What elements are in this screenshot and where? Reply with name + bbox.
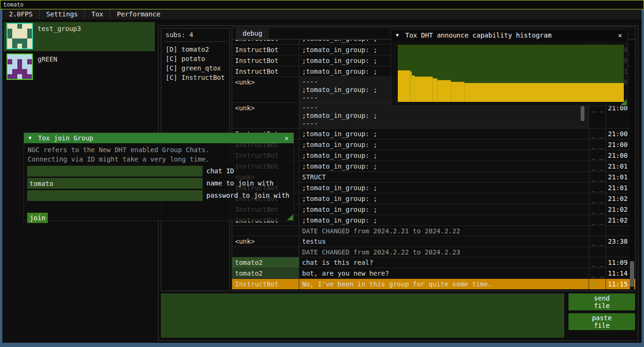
message-flags-cell: _ _: [589, 193, 606, 204]
member-item[interactable]: [D] tomato2: [166, 45, 229, 54]
avatar-pixel: [27, 39, 32, 43]
message-time-cell: 11:09: [606, 257, 629, 268]
menu-item-performance[interactable]: Performance: [110, 9, 167, 19]
message-author-cell: <unk>: [232, 77, 299, 102]
date-changed-row[interactable]: DATE CHANGED from 2024.2.22 to 2024.2.23: [232, 247, 635, 257]
close-icon[interactable]: ✕: [615, 30, 625, 41]
group-item-test_group3[interactable]: test_group3: [4, 22, 155, 51]
avatar-pixel: [8, 74, 12, 79]
message-time-cell: 21:02: [606, 193, 629, 204]
avatar-pixel: [8, 34, 12, 39]
avatar-pixel: [22, 54, 27, 59]
message-flags-cell: _ _: [589, 257, 606, 268]
paste-file-button[interactable]: paste file: [568, 313, 635, 330]
message-time-cell: 11:15: [606, 279, 629, 289]
avatar-pixel: [12, 64, 17, 69]
app-window: tomato 2.0FPSSettingsToxPerformance test…: [0, 0, 644, 347]
avatar-pixel: [27, 69, 32, 74]
avatar-pixel: [12, 59, 17, 64]
tab-debug[interactable]: debug: [236, 28, 269, 39]
message-author-cell: InstructBot: [232, 45, 299, 55]
os-window-title: tomato: [3, 1, 23, 8]
message-text-cell: ;tomato_in_group: ;: [299, 183, 589, 193]
group-item-gREEN[interactable]: gREEN: [4, 53, 155, 82]
resize-grip-icon[interactable]: [287, 214, 293, 220]
message-flags-cell: d _: [589, 279, 606, 289]
message-flags-cell: _ _: [589, 204, 606, 215]
join-desc-line2: Connecting via ID might take a very long…: [28, 155, 210, 163]
menu-item-tox[interactable]: Tox: [85, 9, 110, 19]
window-edge-bottom: [0, 343, 644, 347]
message-flags-cell: _ _: [589, 236, 606, 247]
message-text-cell: ;tomato_in_group: ;: [299, 193, 589, 204]
message-author-cell: InstructBot: [232, 40, 299, 44]
message-text-cell: ----;tomato_in_group: ;----: [299, 103, 589, 128]
message-text-cell: chat is this real?: [299, 257, 589, 268]
menu-item-settings[interactable]: Settings: [40, 9, 84, 19]
dht-histogram-titlebar[interactable]: ▼ Tox DHT announce capability histogram …: [391, 30, 627, 41]
join-name-input[interactable]: [27, 178, 203, 189]
table-row[interactable]: <unk>testus_ _23:38: [232, 236, 635, 247]
message-flags-cell: [589, 247, 606, 257]
message-time-cell: [606, 247, 629, 257]
message-text-cell: ;tomato_in_group: ;: [299, 150, 589, 161]
join-desc-line1: NGC refers to the New DHT enabled Group …: [28, 146, 210, 154]
message-time-cell: 11:14: [606, 268, 629, 278]
table-row[interactable]: tomato2bot, are you new here?_ _11:14: [232, 268, 635, 278]
avatar-pixel: [22, 74, 27, 79]
message-text-cell: STRUCT: [299, 172, 589, 182]
menu-bar: 2.0FPSSettingsToxPerformance: [2, 9, 642, 19]
message-text-cell: ;tomato_in_group: ;: [299, 129, 589, 139]
table-row[interactable]: InstructBotNo, I've been in this group f…: [232, 278, 635, 289]
resize-grip-icon[interactable]: [621, 99, 627, 105]
join-button[interactable]: join: [27, 213, 48, 223]
message-text-cell: ;tomato_in_group: ;: [299, 161, 589, 171]
member-item[interactable]: [C] InstructBot: [166, 73, 229, 82]
avatar-pixel: [22, 64, 27, 69]
join-password-input[interactable]: [27, 190, 203, 201]
collapse-arrow-icon[interactable]: ▼: [29, 133, 31, 143]
avatar-pixel: [22, 24, 27, 29]
chat-id-label: chat ID: [206, 167, 234, 175]
chat-scrollbar[interactable]: [630, 41, 634, 290]
member-list: [D] tomato2 [C] potato [C] green_qtox [C…: [161, 44, 229, 82]
cell-scrollbar-thumb[interactable]: [581, 106, 584, 121]
close-icon[interactable]: ✕: [282, 133, 291, 143]
avatar-pixel: [8, 39, 12, 43]
avatar-pixel: [8, 64, 12, 69]
cell-scrollbar[interactable]: [581, 105, 584, 126]
subs-count-label: subs: 4: [161, 29, 229, 39]
member-item[interactable]: [C] potato: [166, 54, 229, 63]
avatar-pixel: [8, 44, 12, 48]
date-changed-row[interactable]: DATE CHANGED from 2024.2.21 to 2024.2.22: [232, 225, 635, 236]
avatar-pixel: [12, 24, 17, 29]
chat-id-input[interactable]: [27, 166, 203, 177]
collapse-arrow-icon[interactable]: ▼: [396, 30, 399, 41]
message-text-cell: No, I've been in this group for quite so…: [299, 279, 589, 289]
send-file-button[interactable]: send file: [568, 293, 635, 310]
message-text-cell: bot, are you new here?: [299, 268, 589, 278]
avatar-pixel: [27, 74, 32, 79]
message-author-cell: InstructBot: [232, 66, 299, 77]
os-titlebar[interactable]: tomato: [0, 0, 644, 9]
join-group-titlebar[interactable]: ▼ Tox join Group ✕: [24, 133, 294, 143]
avatar-pixel: [22, 69, 27, 74]
avatar-pixel: [12, 54, 17, 59]
table-row[interactable]: <unk>----;tomato_in_group: ;----_ _21:00: [232, 102, 635, 128]
message-flags-cell: _ _: [589, 215, 606, 225]
message-time-cell: 21:01: [606, 183, 629, 193]
menu-item-2.0fps[interactable]: 2.0FPS: [2, 9, 39, 19]
message-input[interactable]: [161, 293, 564, 338]
message-flags-cell: _ _: [589, 139, 606, 150]
avatar-pixel: [12, 29, 17, 33]
member-item[interactable]: [C] green_qtox: [166, 63, 229, 73]
message-text-cell: ;tomato_in_group: ;: [299, 204, 589, 215]
app-body: 2.0FPSSettingsToxPerformance test_group3…: [2, 9, 642, 343]
message-author-cell: <unk>: [232, 236, 299, 247]
dht-histogram-body: [391, 41, 627, 106]
message-text-cell: DATE CHANGED from 2024.2.22 to 2024.2.23: [299, 247, 589, 257]
avatar-pixel: [22, 34, 27, 39]
avatar-pixel: [17, 74, 22, 79]
chat-scrollbar-thumb[interactable]: [630, 261, 634, 287]
table-row[interactable]: tomato2chat is this real?_ _11:09: [232, 257, 635, 268]
